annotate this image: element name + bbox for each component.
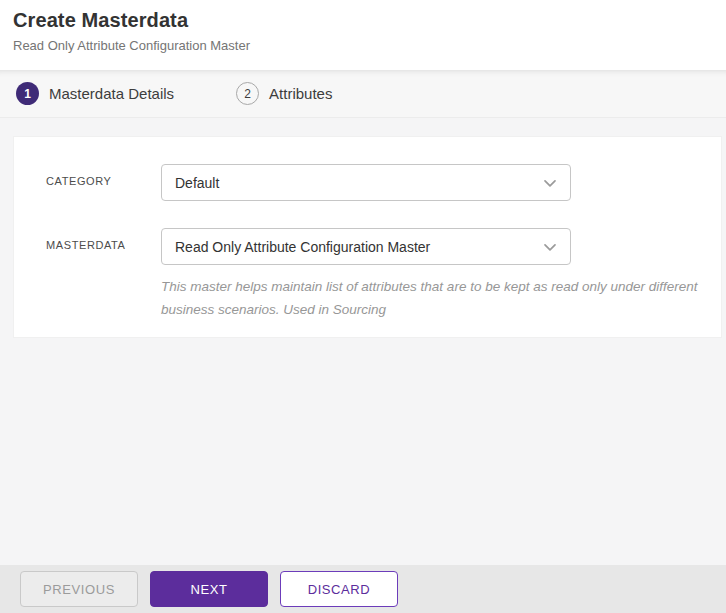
chevron-down-icon: [540, 173, 560, 193]
step-indicator: 1 Masterdata Details 2 Attributes: [0, 70, 726, 118]
previous-button[interactable]: PREVIOUS: [20, 571, 138, 607]
masterdata-help-text: This master helps maintain list of attri…: [161, 275, 713, 321]
masterdata-row: MASTERDATA Read Only Attribute Configura…: [46, 228, 721, 321]
step-2-badge: 2: [236, 82, 259, 105]
create-masterdata-page: Create Masterdata Read Only Attribute Co…: [0, 0, 726, 613]
discard-button[interactable]: DISCARD: [280, 571, 398, 607]
masterdata-label: MASTERDATA: [46, 228, 161, 251]
masterdata-details-card: CATEGORY Default MASTERDATA Read Only At…: [13, 136, 722, 338]
step-masterdata-details[interactable]: 1 Masterdata Details: [16, 82, 174, 105]
category-select[interactable]: Default: [161, 164, 571, 201]
category-label: CATEGORY: [46, 164, 161, 187]
step-attributes[interactable]: 2 Attributes: [236, 82, 332, 105]
step-2-label: Attributes: [269, 85, 332, 102]
footer-action-bar: PREVIOUS NEXT DISCARD: [0, 565, 726, 613]
category-select-value: Default: [175, 175, 540, 191]
category-row: CATEGORY Default: [46, 164, 721, 201]
step-1-label: Masterdata Details: [49, 85, 174, 102]
chevron-down-icon: [540, 237, 560, 257]
masterdata-select[interactable]: Read Only Attribute Configuration Master: [161, 228, 571, 265]
page-title: Create Masterdata: [13, 9, 726, 32]
next-button[interactable]: NEXT: [150, 571, 268, 607]
page-header: Create Masterdata Read Only Attribute Co…: [0, 0, 726, 70]
page-subtitle: Read Only Attribute Configuration Master: [13, 38, 726, 53]
masterdata-field-group: Read Only Attribute Configuration Master…: [161, 228, 713, 321]
step-1-badge: 1: [16, 82, 39, 105]
masterdata-select-value: Read Only Attribute Configuration Master: [175, 239, 540, 255]
